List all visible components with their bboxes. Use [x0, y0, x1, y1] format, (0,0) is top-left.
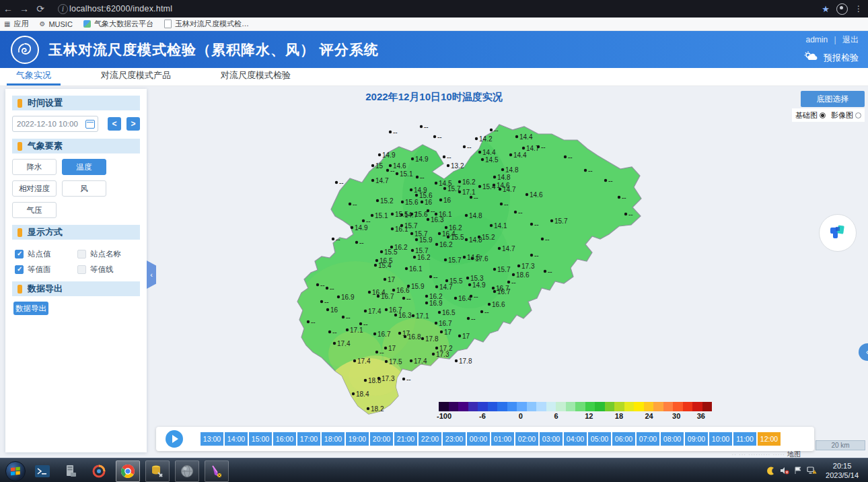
time-chip[interactable]: 08:00	[661, 432, 684, 446]
station-point	[530, 223, 533, 226]
bookmark-item[interactable]: 气象大数据云平台	[83, 19, 153, 29]
forecast-check-link[interactable]: 预报检验	[824, 52, 859, 64]
time-chip[interactable]: 11:00	[733, 432, 756, 446]
element-button[interactable]: 风	[62, 180, 106, 197]
tab-item[interactable]: 对流尺度模式产品	[92, 69, 180, 85]
time-next-button[interactable]: >	[126, 117, 140, 131]
time-chip[interactable]: 07:00	[637, 432, 659, 446]
element-button[interactable]: 降水	[12, 159, 57, 175]
station-point	[624, 213, 627, 215]
legend-swatch	[585, 402, 595, 411]
checkbox-icon[interactable]	[15, 250, 24, 259]
action-center-flag-icon[interactable]	[794, 467, 802, 476]
time-chip[interactable]: 13:00	[201, 432, 223, 446]
pen-app-icon[interactable]	[205, 460, 229, 482]
bookmark-item[interactable]: 玉林对流尺度模式检…	[164, 19, 249, 29]
user-name[interactable]: admin	[806, 35, 828, 44]
element-button[interactable]: 相对湿度	[12, 180, 57, 197]
radio-icon[interactable]	[820, 112, 826, 118]
tray-app-icon[interactable]	[766, 467, 775, 477]
time-chip[interactable]: 10:00	[709, 432, 732, 446]
station-value: 14.7	[502, 245, 515, 252]
time-chip[interactable]: 21:00	[394, 432, 417, 446]
time-chip[interactable]: 20:00	[370, 432, 393, 446]
display-option[interactable]: 站点名称	[77, 249, 140, 259]
time-chip[interactable]: 00:00	[467, 432, 490, 446]
display-option[interactable]: 站点值	[15, 249, 77, 259]
time-chip[interactable]: 23:00	[443, 432, 466, 446]
station-value: --	[545, 236, 550, 243]
bookmark-item[interactable]: ▦应用	[4, 19, 28, 29]
time-chip[interactable]: 03:00	[540, 432, 563, 446]
play-button[interactable]	[166, 430, 183, 448]
basemap-option[interactable]: 影像图	[831, 110, 861, 120]
browser-menu-icon[interactable]: ⋮	[855, 4, 863, 13]
calendar-icon[interactable]	[85, 120, 95, 129]
bookmark-item[interactable]: ⚙MUSIC	[39, 20, 72, 28]
checkbox-icon[interactable]	[77, 250, 86, 259]
station-point	[386, 169, 389, 172]
station-point	[352, 392, 355, 395]
red-swirl-app-icon[interactable]	[87, 461, 110, 481]
start-button[interactable]	[5, 461, 26, 481]
time-chip[interactable]: 09:00	[685, 432, 708, 446]
time-prev-button[interactable]: <	[108, 117, 121, 131]
database-tool-icon[interactable]	[145, 460, 170, 482]
time-chip[interactable]: 17:00	[297, 432, 320, 446]
address-bar[interactable]: localhost:62000/index.html	[69, 4, 172, 13]
time-chip[interactable]: 16:00	[273, 432, 296, 446]
tab-active[interactable]: 气象实况	[7, 69, 61, 85]
station-value: 16.6	[492, 301, 505, 308]
station-point	[478, 151, 481, 153]
refresh-icon[interactable]: ⟳	[32, 3, 48, 14]
element-button[interactable]: 温度	[62, 159, 106, 175]
time-chip[interactable]: 05:00	[588, 432, 611, 446]
section-marker-icon	[17, 285, 22, 294]
server-manager-icon[interactable]	[59, 461, 82, 481]
time-chip[interactable]: 04:00	[564, 432, 587, 446]
powershell-icon[interactable]	[31, 461, 54, 481]
logout-link[interactable]: 退出	[842, 35, 859, 44]
checkbox-icon[interactable]	[77, 265, 86, 274]
time-chip[interactable]: 01:00	[491, 432, 514, 446]
station-point	[463, 256, 466, 259]
network-warning-icon[interactable]: !	[807, 467, 817, 477]
basemap-select-button[interactable]: 底图选择	[801, 91, 865, 107]
profile-avatar-icon[interactable]	[836, 3, 848, 15]
time-chip[interactable]: 15:00	[249, 432, 272, 446]
datetime-input[interactable]: 2022-12-10 10:00	[12, 116, 98, 132]
station-point	[396, 172, 398, 175]
taskbar-clock[interactable]: 20:15 2023/5/14	[822, 462, 863, 481]
time-chip[interactable]: 14:00	[225, 432, 248, 446]
export-data-button[interactable]: 数据导出	[13, 302, 48, 315]
display-option[interactable]: 等值线	[77, 265, 140, 275]
sun-cloud-icon	[803, 51, 820, 64]
chrome-icon[interactable]	[116, 460, 140, 482]
time-chip[interactable]: 18:00	[322, 432, 345, 446]
station-value: 16.9	[341, 294, 355, 301]
display-option[interactable]: 等值面	[15, 265, 77, 275]
time-chip[interactable]: 02:00	[515, 432, 538, 446]
tencent-map-logo-icon[interactable]	[819, 214, 857, 252]
bookmark-star-icon[interactable]: ★	[822, 4, 830, 14]
globe-icon[interactable]	[175, 460, 199, 482]
display-option-label: 站点名称	[90, 249, 121, 259]
element-button[interactable]: 气压	[12, 202, 57, 218]
volume-muted-icon[interactable]	[780, 467, 789, 476]
forward-icon[interactable]: →	[16, 3, 32, 14]
time-chip[interactable]: 06:00	[612, 432, 635, 446]
radio-icon[interactable]	[855, 112, 861, 118]
time-chip[interactable]: 19:00	[346, 432, 369, 446]
tab-item[interactable]: 对流尺度模式检验	[211, 69, 300, 85]
station-point	[526, 193, 528, 196]
station-point	[368, 291, 371, 294]
time-chip[interactable]: 12:00	[758, 432, 781, 446]
station-point	[355, 241, 358, 244]
basemap-option[interactable]: 基础图	[795, 110, 826, 120]
station-point	[378, 153, 381, 156]
checkbox-icon[interactable]	[15, 265, 24, 274]
time-chip[interactable]: 22:00	[419, 432, 441, 446]
site-info-icon[interactable]: i	[58, 4, 68, 14]
back-icon[interactable]: ←	[0, 3, 16, 14]
station-value: 14.8	[505, 166, 519, 174]
